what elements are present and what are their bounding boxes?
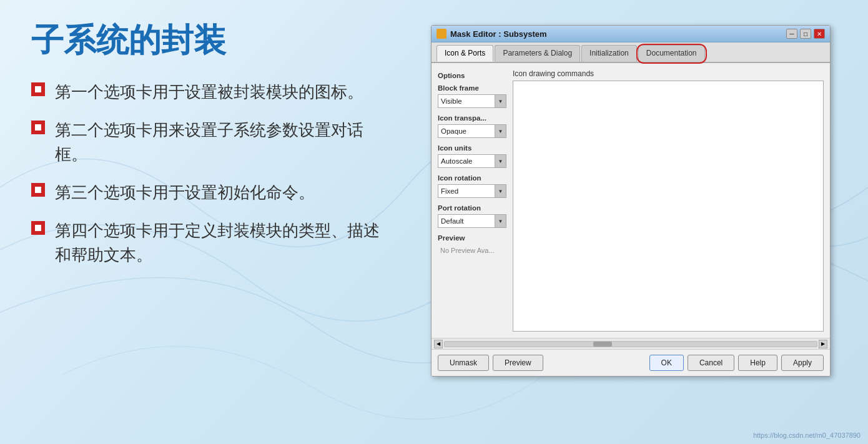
scrollbar-area: ◀ ▶ [432, 338, 830, 349]
tab-parameters-dialog[interactable]: Parameters & Dialog [495, 45, 580, 62]
preview-label: Preview [438, 234, 506, 242]
dialog-titlebar: Mask Editor : Subsystem ─ □ ✕ [432, 26, 830, 42]
minimize-button[interactable]: ─ [786, 29, 797, 39]
watermark-text: https://blog.csdn.net/m0_47037890 [753, 432, 861, 439]
icon-transparency-dropdown[interactable]: Opaque ▼ [438, 124, 506, 138]
bullet-list: 第一个选项卡用于设置被封装模块的图标。 第二个选项卡用来设置子系统参数设置对话框… [31, 80, 393, 267]
bullet-icon-1 [31, 82, 45, 96]
icon-rotation-label: Icon rotation [438, 174, 506, 182]
block-frame-arrow[interactable]: ▼ [495, 95, 506, 107]
dialog-tabs: Icon & Ports Parameters & Dialog Initial… [432, 42, 830, 63]
port-rotation-value: Default [438, 217, 495, 225]
options-panel: Options Block frame Visible ▼ Icon trans… [438, 69, 506, 332]
close-button[interactable]: ✕ [814, 29, 825, 39]
list-item: 第三个选项卡用于设置初始化命令。 [31, 180, 393, 205]
icon-units-arrow[interactable]: ▼ [495, 155, 506, 167]
drawing-commands-label: Icon drawing commands [513, 69, 824, 78]
dialog-title-icon [436, 29, 446, 39]
drawing-area: Icon drawing commands [513, 69, 824, 332]
port-rotation-label: Port rotation [438, 204, 506, 212]
bullet-icon-4 [31, 221, 45, 235]
page-title: 子系统的封装 [31, 19, 393, 62]
dialog-title-text: Mask Editor : Subsystem [450, 29, 782, 39]
icon-transparency-arrow[interactable]: ▼ [495, 125, 506, 137]
port-rotation-arrow[interactable]: ▼ [495, 215, 506, 227]
list-item: 第一个选项卡用于设置被封装模块的图标。 [31, 80, 393, 104]
help-button[interactable]: Help [738, 355, 777, 371]
no-preview-text: No Preview Ava... [438, 244, 506, 257]
scroll-left-arrow[interactable]: ◀ [434, 340, 443, 348]
ok-button[interactable]: OK [649, 355, 684, 371]
list-item: 第二个选项卡用来设置子系统参数设置对话框。 [31, 118, 393, 167]
dialog-footer: Unmask Preview OK Cancel Help Apply [432, 349, 830, 376]
dialog-body: Options Block frame Visible ▼ Icon trans… [432, 63, 830, 338]
maximize-button[interactable]: □ [800, 29, 811, 39]
scroll-right-arrow[interactable]: ▶ [819, 340, 827, 348]
preview-button[interactable]: Preview [493, 355, 543, 371]
dialog-wrapper: Mask Editor : Subsystem ─ □ ✕ Icon & Por… [431, 25, 831, 377]
bullet-text-4: 第四个选项卡用于定义封装模块的类型、描述和帮助文本。 [55, 219, 393, 267]
bullet-text-3: 第三个选项卡用于设置初始化命令。 [55, 180, 315, 205]
icon-transparency-value: Opaque [438, 127, 495, 135]
bullet-icon-3 [31, 183, 45, 197]
scroll-track[interactable] [444, 341, 817, 347]
icon-transparency-label: Icon transpa... [438, 114, 506, 122]
icon-rotation-value: Fixed [438, 187, 495, 195]
tab-initialization[interactable]: Initialization [581, 45, 637, 62]
tab-icon-ports[interactable]: Icon & Ports [436, 45, 493, 62]
options-section-label: Options [438, 72, 506, 79]
scroll-thumb[interactable] [593, 342, 612, 347]
cancel-button[interactable]: Cancel [688, 355, 734, 371]
icon-rotation-dropdown[interactable]: Fixed ▼ [438, 184, 506, 198]
block-frame-value: Visible [438, 97, 495, 105]
left-panel: 子系统的封装 第一个选项卡用于设置被封装模块的图标。 第二个选项卡用来设置子系统… [31, 19, 393, 267]
unmask-button[interactable]: Unmask [438, 355, 489, 371]
port-rotation-dropdown[interactable]: Default ▼ [438, 214, 506, 228]
block-frame-label: Block frame [438, 84, 506, 92]
bullet-text-1: 第一个选项卡用于设置被封装模块的图标。 [55, 80, 363, 104]
apply-button[interactable]: Apply [781, 355, 824, 371]
block-frame-dropdown[interactable]: Visible ▼ [438, 94, 506, 108]
list-item: 第四个选项卡用于定义封装模块的类型、描述和帮助文本。 [31, 219, 393, 267]
icon-units-dropdown[interactable]: Autoscale ▼ [438, 154, 506, 168]
bullet-icon-2 [31, 121, 45, 134]
icon-drawing-textbox[interactable] [513, 81, 824, 332]
dialog-window: Mask Editor : Subsystem ─ □ ✕ Icon & Por… [431, 25, 831, 377]
icon-units-value: Autoscale [438, 157, 495, 165]
icon-rotation-arrow[interactable]: ▼ [495, 185, 506, 197]
bullet-text-2: 第二个选项卡用来设置子系统参数设置对话框。 [55, 118, 393, 167]
dialog-win-buttons: ─ □ ✕ [786, 29, 825, 39]
tab-documentation[interactable]: Documentation [638, 45, 705, 62]
icon-units-label: Icon units [438, 144, 506, 152]
